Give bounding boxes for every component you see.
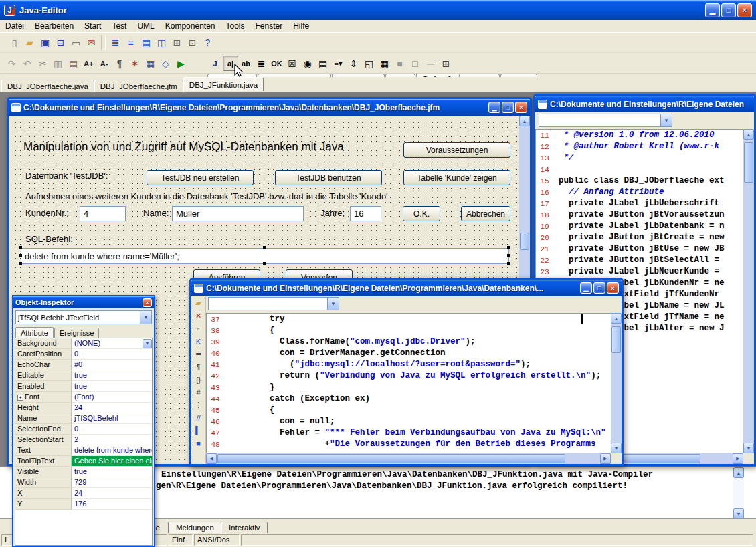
scroll-up-button[interactable]: ▲ [519, 116, 530, 126]
selection-icon[interactable]: ▫ [192, 322, 205, 335]
jtextarea-icon[interactable]: ≣ [254, 56, 269, 71]
property-value[interactable]: 24 [72, 488, 152, 499]
jcheckbox-icon[interactable]: ☒ [284, 56, 300, 71]
kundennr-label[interactable]: KundenNr.: [25, 208, 69, 218]
datenbank-label[interactable]: Datenbank 'TestJDB': [25, 171, 108, 181]
run-icon[interactable]: ▶ [173, 56, 189, 71]
kundennr-field[interactable]: 4 [80, 206, 126, 221]
new-file-icon[interactable]: ▯ [7, 35, 22, 50]
inspector-title-bar[interactable]: Objekt-Inspektor × [13, 296, 154, 308]
app-title-bar[interactable]: J Java-Editor ▁ □ × [0, 0, 756, 20]
property-name[interactable]: Editable [15, 370, 72, 381]
property-value[interactable]: 729 [72, 477, 152, 488]
jspinner-icon[interactable]: ⇕ [346, 56, 361, 71]
center-window-title-bar[interactable]: C:\Dokumente und Einstellungen\R\Eigene … [191, 280, 622, 296]
property-name[interactable]: Height [15, 403, 72, 413]
property-name[interactable]: +Font [15, 392, 72, 403]
block-braces-icon[interactable]: {} [192, 373, 205, 386]
inspector-close-button[interactable]: × [143, 298, 152, 307]
jcanvas-icon[interactable]: □ [407, 56, 423, 71]
minimize-button[interactable]: ▁ [705, 3, 720, 17]
form-maximize-button[interactable]: □ [502, 102, 514, 113]
scroll-down-button[interactable]: ▼ [743, 443, 754, 453]
property-value[interactable]: 0 [72, 349, 152, 360]
editor-tab-dbj-jfunktion-java[interactable]: DBJ_JFunktion.java [183, 77, 264, 91]
property-value[interactable]: #0 [72, 360, 152, 370]
voraussetzungen-button[interactable]: Voraussetzungen [403, 142, 510, 158]
selection-handle[interactable] [19, 254, 22, 257]
jpanel-icon[interactable]: ■ [392, 56, 407, 71]
scroll-down-button[interactable]: ▼ [733, 508, 744, 519]
scroll-thumb[interactable] [744, 142, 753, 183]
right-navigation-combobox[interactable]: ▼ [539, 114, 672, 127]
send-project-icon[interactable]: ✉ [84, 35, 99, 50]
open-folder-icon[interactable]: ▰ [22, 35, 37, 50]
menu-datei[interactable]: Datei [0, 21, 29, 31]
scroll-right-button[interactable]: ▶ [600, 453, 611, 464]
selection-handle[interactable] [263, 246, 266, 249]
property-value[interactable]: true [72, 381, 152, 392]
right-window-title-bar[interactable]: C:\Dokumente und Einstellungen\R\Eigene … [535, 96, 754, 112]
scroll-thumb[interactable] [611, 326, 621, 353]
print-icon[interactable]: ▭ [68, 35, 84, 50]
name-label[interactable]: Name: [143, 208, 169, 218]
menu-uml[interactable]: UML [132, 21, 159, 31]
jscrollpane-icon[interactable]: ◱ [361, 56, 377, 71]
menu-bearbeiten[interactable]: Bearbeiten [29, 21, 79, 31]
jmenubar-icon[interactable]: ▦ [377, 56, 392, 71]
structogram-icon[interactable]: ≣ [108, 35, 123, 50]
property-name[interactable]: Y [15, 499, 72, 510]
property-name[interactable]: CaretPosition [15, 349, 72, 360]
property-name[interactable]: ToolTipText [15, 456, 72, 467]
property-name[interactable]: Background [15, 338, 72, 349]
sequence-diagram-icon[interactable]: ≡ [123, 35, 138, 50]
property-name[interactable]: Text [15, 445, 72, 456]
form-window-title-bar[interactable]: C:\Dokumente und Einstellungen\R\Eigene … [9, 99, 530, 116]
form-minimize-button[interactable]: ▁ [488, 102, 500, 113]
menu-tools[interactable]: Tools [221, 21, 250, 31]
property-value[interactable]: true [72, 467, 152, 477]
uml-editor-icon[interactable]: ◇ [158, 56, 173, 71]
property-value[interactable]: Geben Sie hier einen eigen [72, 456, 152, 467]
form-heading-label[interactable]: Manipulation von und Zugriff auf MySQL-D… [23, 140, 344, 154]
tabelle-zeigen-button[interactable]: Tabelle 'Kunde' zeigen [403, 170, 510, 185]
property-name[interactable]: SelectionStart [15, 435, 72, 445]
property-name[interactable]: Enabled [15, 381, 72, 392]
center-code-editor[interactable]: 37 try38 {39 Class.forName("com.mysql.jd… [206, 313, 611, 453]
scroll-right-button[interactable]: ▶ [733, 453, 743, 464]
testjdb-benutzen-button[interactable]: TestJDB benutzen [275, 170, 382, 185]
chevron-down-icon[interactable]: ▼ [327, 298, 339, 310]
selection-handle[interactable] [263, 262, 266, 265]
list-items-icon[interactable]: ⋮ [192, 399, 205, 411]
program-structure-icon[interactable]: ≣ [192, 348, 205, 360]
aufnehmen-label[interactable]: Aufnehmen eines weiteren Kunden in die D… [25, 191, 390, 201]
copy-icon[interactable]: ▥ [50, 56, 66, 71]
jtable-icon[interactable]: ⊞ [438, 56, 454, 71]
property-name[interactable]: X [15, 488, 72, 499]
indent-icon[interactable]: ▍ [192, 424, 205, 437]
close-file-icon[interactable]: ✕ [192, 310, 205, 322]
maximize-button[interactable]: □ [721, 3, 736, 17]
center-navigation-combobox[interactable]: ▼ [208, 297, 339, 310]
sql-befehl-label[interactable]: SQL-Befehl: [25, 234, 73, 244]
open-file-icon[interactable]: ▰ [192, 297, 205, 310]
bottom-tab-interaktiv[interactable]: Interaktiv [221, 522, 268, 533]
calculator-icon[interactable]: ⊡ [185, 35, 200, 50]
property-value[interactable]: jTfSQLBefehl [72, 413, 152, 424]
jframe-icon[interactable]: J [207, 56, 223, 71]
undo-icon[interactable]: ↶ [19, 56, 35, 71]
bottom-tab-meldungen[interactable]: Meldungen [169, 522, 221, 533]
abbrechen-button[interactable]: Abbrechen [461, 206, 510, 221]
property-value[interactable]: 2 [72, 435, 152, 445]
structogram-editor-icon[interactable]: ▦ [143, 56, 158, 71]
editor-tab-dbj-joberflaeche-jfm[interactable]: DBJ_JOberflaeche.jfm [94, 80, 183, 92]
property-value[interactable]: true [72, 370, 152, 381]
close-button[interactable]: × [737, 3, 752, 17]
name-field[interactable]: Müller [172, 206, 304, 221]
property-name[interactable]: SelectionEnd [15, 424, 72, 435]
menu-start[interactable]: Start [79, 21, 106, 31]
property-name[interactable]: Name [15, 413, 72, 424]
chevron-down-icon[interactable]: ▼ [140, 311, 151, 324]
selection-handle[interactable] [507, 262, 510, 265]
jcombobox-icon[interactable]: ≡▾ [330, 56, 346, 71]
